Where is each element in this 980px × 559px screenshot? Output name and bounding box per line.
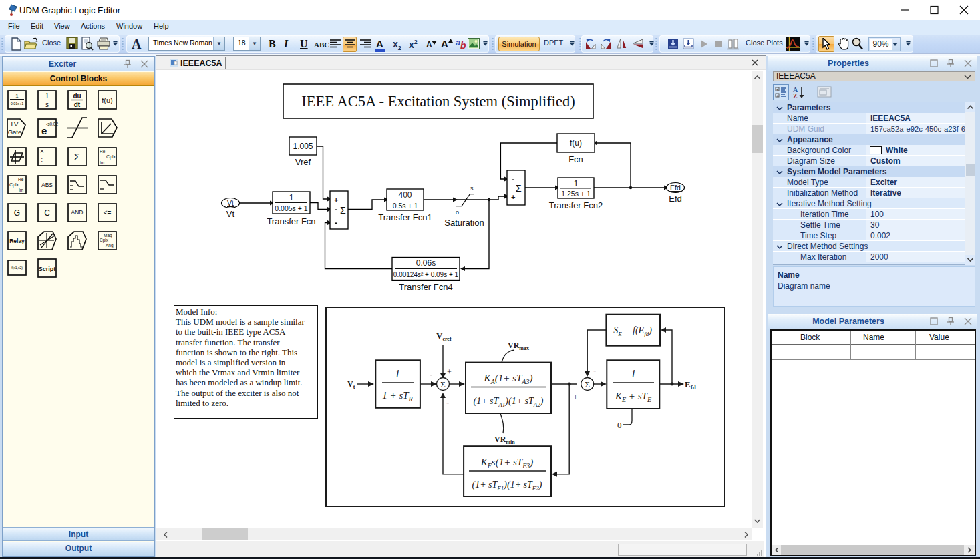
svg-text:1.25s + 1: 1.25s + 1 xyxy=(561,190,591,198)
svg-text:Efd: Efd xyxy=(670,184,681,192)
svg-text:du: du xyxy=(73,92,81,100)
svg-text:1: 1 xyxy=(574,179,579,188)
svg-text:1.005: 1.005 xyxy=(293,142,313,151)
svg-text:IEEE AC5A - Excitation System: IEEE AC5A - Excitation System (Simplifie… xyxy=(301,93,575,110)
svg-text:f(u): f(u) xyxy=(570,138,582,148)
svg-text:1: 1 xyxy=(631,368,636,379)
svg-text:-: - xyxy=(430,369,432,379)
svg-text:Transfer Fcn1: Transfer Fcn1 xyxy=(378,212,432,222)
svg-text:Im: Im xyxy=(100,160,104,165)
svg-text:+: + xyxy=(776,87,779,91)
svg-text:Z: Z xyxy=(793,92,798,99)
svg-text:1: 1 xyxy=(395,368,400,379)
svg-text:+: + xyxy=(511,193,515,201)
svg-text:+: + xyxy=(447,367,452,377)
svg-text:Transfer Fcn: Transfer Fcn xyxy=(267,216,315,226)
svg-text:s: s xyxy=(470,185,474,192)
svg-text:0.06s: 0.06s xyxy=(416,258,436,268)
svg-text:Vt: Vt xyxy=(227,199,234,207)
svg-text:s: s xyxy=(45,101,49,108)
svg-text:+: + xyxy=(573,393,578,402)
svg-text:Σ: Σ xyxy=(516,183,522,194)
svg-text:dt: dt xyxy=(74,101,81,108)
svg-text:-s0.02: -s0.02 xyxy=(46,122,58,126)
svg-text:-: - xyxy=(512,175,514,184)
svg-text:<=: <= xyxy=(104,209,112,216)
svg-text:0.005s + 1: 0.005s + 1 xyxy=(275,204,307,212)
svg-text:AND: AND xyxy=(71,209,84,216)
svg-text:Ang: Ang xyxy=(106,243,114,248)
svg-text:Transfer Fcn4: Transfer Fcn4 xyxy=(399,282,452,292)
svg-text:1: 1 xyxy=(45,92,49,100)
svg-text:Cplx: Cplx xyxy=(100,238,109,243)
svg-text:0.00124s² + 0.09s + 1: 0.00124s² + 0.09s + 1 xyxy=(393,271,459,278)
svg-text:f(x1,x2): f(x1,x2) xyxy=(11,266,23,270)
svg-text:+: + xyxy=(776,94,779,98)
svg-text:Transfer Fcn2: Transfer Fcn2 xyxy=(549,200,603,210)
svg-text:Gate: Gate xyxy=(8,128,22,136)
svg-text:÷: ÷ xyxy=(40,156,44,164)
svg-text:Im: Im xyxy=(19,188,23,192)
svg-text:-: - xyxy=(335,218,337,228)
svg-text:Σ: Σ xyxy=(585,379,590,389)
svg-text:Re: Re xyxy=(100,149,106,154)
svg-text:ABS: ABS xyxy=(41,182,53,188)
svg-text:C: C xyxy=(44,208,50,218)
svg-text:Efd: Efd xyxy=(669,194,682,204)
svg-text:Saturation: Saturation xyxy=(444,218,484,228)
svg-text:Cplx: Cplx xyxy=(106,154,116,160)
svg-text:o: o xyxy=(456,209,459,216)
svg-text:0: 0 xyxy=(617,420,622,430)
svg-text:-: - xyxy=(335,205,337,214)
svg-text:0.01s+1: 0.01s+1 xyxy=(11,102,24,106)
svg-text:-: - xyxy=(593,365,596,375)
svg-text:+: + xyxy=(334,196,338,204)
svg-text:0.5s + 1: 0.5s + 1 xyxy=(393,202,418,210)
svg-text:Fcn: Fcn xyxy=(568,154,583,164)
svg-text:Script: Script xyxy=(39,266,56,272)
svg-text:Σ: Σ xyxy=(340,205,346,216)
svg-text:×: × xyxy=(40,148,44,155)
svg-text:G: G xyxy=(14,208,20,218)
svg-text:Relay: Relay xyxy=(9,238,25,244)
svg-text:Σ: Σ xyxy=(74,151,80,162)
svg-text:Vt: Vt xyxy=(226,209,235,219)
svg-text:Re: Re xyxy=(18,177,24,182)
svg-text:Vref: Vref xyxy=(295,157,311,167)
svg-text:LV: LV xyxy=(11,120,19,128)
svg-text:1: 1 xyxy=(289,193,294,202)
svg-text:f(u): f(u) xyxy=(102,96,113,104)
svg-text:e: e xyxy=(41,125,47,136)
svg-text:Σ: Σ xyxy=(440,379,446,389)
svg-text:400: 400 xyxy=(398,190,412,200)
svg-text:-: - xyxy=(446,397,449,407)
svg-text:Cplx: Cplx xyxy=(9,182,19,188)
svg-text:1: 1 xyxy=(15,93,19,99)
